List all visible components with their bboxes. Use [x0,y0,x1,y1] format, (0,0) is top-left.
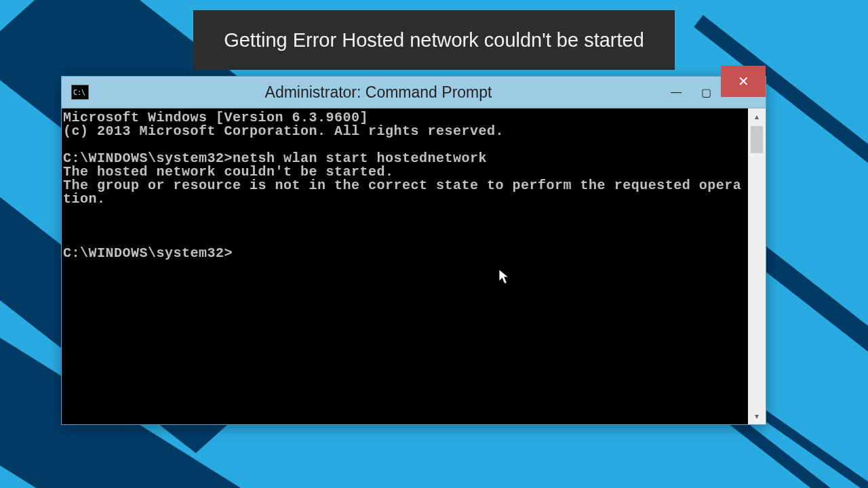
caption-banner: Getting Error Hosted network couldn't be… [193,10,675,70]
scroll-up-arrow-icon[interactable]: ▴ [748,108,766,125]
scroll-down-arrow-icon[interactable]: ▾ [748,408,766,424]
client-area: Microsoft Windows [Version 6.3.9600] (c)… [62,108,766,424]
console-line: The group or resource is not in the corr… [63,178,741,207]
scroll-track[interactable] [748,125,766,408]
caption-text: Getting Error Hosted network couldn't be… [224,29,644,52]
console-output[interactable]: Microsoft Windows [Version 6.3.9600] (c)… [62,108,748,424]
scrollbar[interactable]: ▴ ▾ [748,108,766,424]
window-title: Administrator: Command Prompt [96,83,661,102]
close-button[interactable]: ✕ [721,66,766,97]
window-controls: — ▢ ✕ [661,77,766,108]
maximize-button[interactable]: ▢ [691,82,721,102]
cmd-app-icon: C:\ [71,85,89,100]
minimize-button[interactable]: — [661,82,691,102]
console-line: (c) 2013 Microsoft Corporation. All righ… [63,123,504,139]
scroll-thumb[interactable] [751,126,763,153]
console-prompt: C:\WINDOWS\system32> [63,245,233,261]
command-prompt-window: C:\ Administrator: Command Prompt — ▢ ✕ … [61,76,766,425]
titlebar[interactable]: C:\ Administrator: Command Prompt — ▢ ✕ [62,77,766,108]
